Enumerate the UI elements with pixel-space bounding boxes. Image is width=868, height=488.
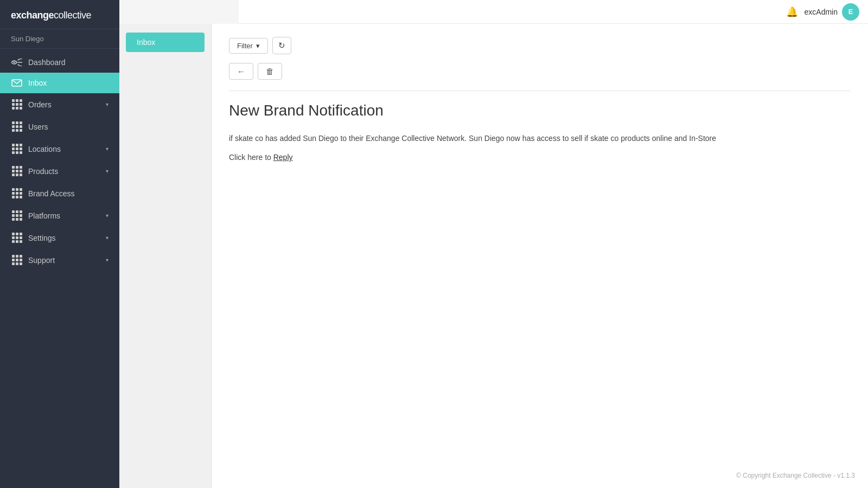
platforms-icon: [11, 210, 23, 221]
users-icon: [11, 121, 23, 132]
sidebar-item-platforms[interactable]: Platforms ▾: [0, 204, 119, 227]
topbar: 🔔 excAdmin E: [239, 0, 868, 24]
page-footer: © Copyright Exchange Collective - v1.1.3: [736, 472, 855, 479]
sidebar-item-brand-access[interactable]: Brand Access: [0, 182, 119, 204]
app-logo: exchangecollective: [0, 0, 119, 29]
content-area: Inbox Filter ▾ ↻ ← 🗑: [119, 24, 868, 488]
sidebar-item-orders-label: Orders: [28, 100, 106, 109]
wave-icon: [11, 59, 23, 66]
sidebar-item-products-label: Products: [28, 167, 106, 176]
reply-prefix: Click here to: [229, 153, 273, 162]
brand-access-icon: [11, 188, 23, 198]
settings-icon: [11, 233, 23, 243]
locations-arrow-icon: ▾: [106, 146, 108, 152]
inbox-nav-icon: [11, 79, 23, 87]
support-icon: [11, 255, 23, 265]
refresh-icon: ↻: [278, 41, 285, 50]
sidebar-item-products[interactable]: Products ▾: [0, 160, 119, 182]
filter-dropdown-icon: ▾: [256, 42, 260, 50]
inbox-panel: Inbox: [119, 24, 212, 488]
message-actions: ← 🗑: [229, 63, 851, 80]
sidebar-item-orders[interactable]: Orders ▾: [0, 93, 119, 115]
filter-label: Filter: [237, 42, 253, 50]
sidebar-item-dashboard[interactable]: Dashboard: [0, 52, 119, 73]
location-label: Sun Diego: [0, 29, 119, 49]
trash-icon: 🗑: [266, 67, 274, 76]
sidebar-item-settings-label: Settings: [28, 234, 106, 242]
message-body: if skate co has added Sun Diego to their…: [229, 132, 851, 144]
orders-icon: [11, 99, 23, 110]
refresh-button[interactable]: ↻: [272, 37, 291, 54]
products-icon: [11, 166, 23, 176]
platforms-arrow-icon: ▾: [106, 213, 108, 219]
sidebar-item-users-label: Users: [28, 123, 108, 131]
logo-text: exchangecollective: [11, 10, 91, 21]
filter-button[interactable]: Filter ▾: [229, 38, 268, 54]
footer-text: © Copyright Exchange Collective - v1.1.3: [736, 472, 855, 479]
topbar-right: 🔔 excAdmin E: [786, 3, 859, 21]
sidebar-item-support-label: Support: [28, 256, 106, 265]
svg-point-0: [14, 62, 15, 63]
sidebar-item-platforms-label: Platforms: [28, 211, 106, 220]
products-arrow-icon: ▾: [106, 168, 108, 174]
sidebar: exchangecollective Sun Diego Dashboard: [0, 0, 119, 488]
support-arrow-icon: ▾: [106, 257, 108, 263]
inbox-button[interactable]: Inbox: [126, 33, 205, 52]
user-menu[interactable]: excAdmin E: [805, 3, 859, 21]
notification-bell-icon[interactable]: 🔔: [786, 6, 798, 18]
sidebar-item-inbox-label: Inbox: [28, 79, 108, 87]
locations-icon: [11, 144, 23, 154]
sidebar-nav: Dashboard Inbox Orders ▾ Use: [0, 49, 119, 488]
message-title: New Brand Notification: [229, 102, 851, 119]
sidebar-item-brand-access-label: Brand Access: [28, 189, 108, 198]
avatar: E: [842, 3, 859, 21]
topbar-username: excAdmin: [805, 8, 838, 16]
back-arrow-icon: ←: [237, 67, 245, 76]
sidebar-item-settings[interactable]: Settings ▾: [0, 227, 119, 249]
orders-arrow-icon: ▾: [106, 101, 108, 107]
message-divider: [229, 91, 851, 91]
sidebar-item-locations[interactable]: Locations ▾: [0, 138, 119, 160]
message-reply-text: Click here to Reply: [229, 153, 851, 162]
sidebar-item-dashboard-label: Dashboard: [28, 58, 108, 67]
sidebar-item-locations-label: Locations: [28, 145, 106, 153]
sidebar-item-users[interactable]: Users: [0, 115, 119, 138]
message-panel: Filter ▾ ↻ ← 🗑 New Brand Notification: [212, 24, 868, 488]
back-button[interactable]: ←: [229, 63, 253, 80]
delete-button[interactable]: 🗑: [258, 63, 282, 80]
message-toolbar: Filter ▾ ↻: [229, 37, 851, 54]
main-wrapper: 🔔 excAdmin E Inbox Filter ▾ ↻: [119, 0, 868, 488]
settings-arrow-icon: ▾: [106, 235, 108, 241]
sidebar-item-support[interactable]: Support ▾: [0, 249, 119, 271]
sidebar-item-inbox[interactable]: Inbox: [0, 73, 119, 93]
reply-link[interactable]: Reply: [273, 153, 293, 162]
